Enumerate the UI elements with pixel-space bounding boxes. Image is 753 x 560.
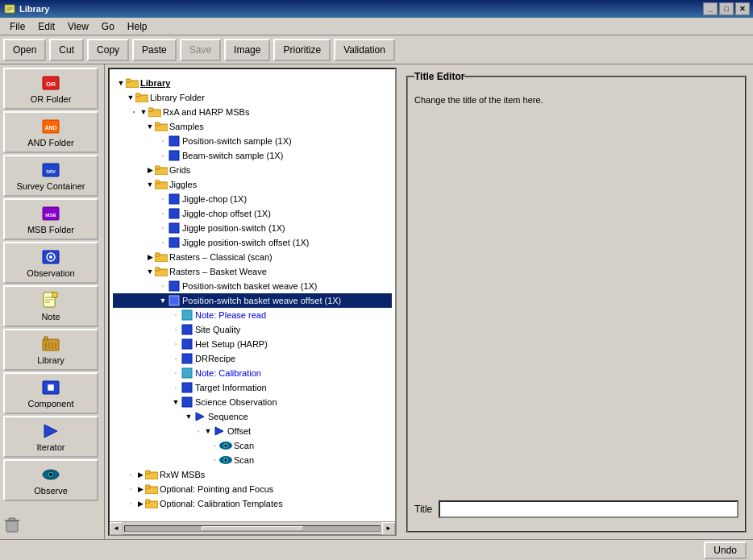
samples-toggle[interactable]: ▼ <box>145 122 155 131</box>
note-calibration-label: Note: Calibration <box>195 368 261 378</box>
open-button[interactable]: Open <box>3 39 46 61</box>
tree-item-jiggle-chop-offset[interactable]: ◦ Jiggle-chop offset (1X) <box>113 206 392 221</box>
tree-item-jiggle-chop[interactable]: ◦ Jiggle-chop (1X) <box>113 192 392 206</box>
observe-button[interactable]: Observe <box>3 459 98 501</box>
tree-horizontal-scrollbar[interactable]: ◄ ► <box>110 521 395 534</box>
svg-rect-16 <box>52 292 57 297</box>
tree-item-site-quality[interactable]: ◦ Site Quality <box>113 322 392 337</box>
undo-button[interactable]: Undo <box>704 541 747 559</box>
observation-button[interactable]: Observation <box>3 242 98 284</box>
svg-rect-49 <box>169 194 179 204</box>
hscroll-track[interactable] <box>124 525 381 532</box>
validation-button[interactable]: Validation <box>334 39 395 61</box>
survey-container-button[interactable]: SRV Survey Container <box>3 155 98 197</box>
tree-item-pos-switch[interactable]: ◦ Position-switch sample (1X) <box>113 134 392 148</box>
tree-item-jiggles[interactable]: ▼ Jiggles <box>113 177 392 192</box>
library-button[interactable]: Library <box>3 329 98 371</box>
tree-item-het-setup[interactable]: ◦ Het Setup (HARP) <box>113 337 392 351</box>
note-please-read-label: Note: Please read <box>195 310 266 320</box>
jiggles-toggle[interactable]: ▼ <box>145 180 155 189</box>
site-quality-icon <box>181 323 193 336</box>
optional-calibration-toggle[interactable]: ▶ <box>135 499 145 508</box>
status-bar: Undo <box>0 539 753 560</box>
tree-item-jiggle-pos[interactable]: ◦ Jiggle position-switch (1X) <box>113 221 392 235</box>
tree-item-note-please-read[interactable]: ◦ Note: Please read <box>113 308 392 322</box>
svg-rect-21 <box>44 337 48 340</box>
svg-rect-51 <box>169 223 179 233</box>
tree-item-note-calibration[interactable]: ◦ Note: Calibration <box>113 366 392 380</box>
tree-item-offset[interactable]: ◦ ▼ Offset <box>113 424 392 438</box>
tree-item-library-folder[interactable]: ▼ Library Folder <box>113 90 392 105</box>
pos-switch-basket-icon <box>168 280 181 292</box>
tree-item-target-info[interactable]: ◦ Target Information <box>113 380 392 395</box>
note-button[interactable]: Note <box>3 285 98 327</box>
paste-button[interactable]: Paste <box>132 39 177 61</box>
grids-toggle[interactable]: ▶ <box>145 165 155 175</box>
title-input[interactable] <box>439 500 738 518</box>
rasters-classical-toggle[interactable]: ▶ <box>145 252 155 262</box>
save-button[interactable]: Save <box>180 39 221 61</box>
jiggle-pos-offset-label: Jiggle position-switch offset (1X) <box>182 238 310 247</box>
menu-file[interactable]: File <box>3 19 31 34</box>
tree-item-scan1[interactable]: ◦ Scan <box>113 438 392 453</box>
msb-folder-label: MSB Folder <box>27 225 74 234</box>
tree-root[interactable]: ▼ Library <box>113 76 392 90</box>
tree-item-samples[interactable]: ▼ Samples <box>113 119 392 134</box>
close-button[interactable]: ✕ <box>735 2 750 15</box>
rxa-toggle[interactable]: ◦ <box>129 107 139 117</box>
site-quality-label: Site Quality <box>195 325 240 334</box>
hscroll-left-button[interactable]: ◄ <box>110 522 123 535</box>
tree-item-jiggle-pos-offset[interactable]: ◦ Jiggle position-switch offset (1X) <box>113 235 392 250</box>
menu-edit[interactable]: Edit <box>31 19 61 34</box>
svg-rect-27 <box>48 384 54 391</box>
minimize-button[interactable]: _ <box>703 2 718 15</box>
image-button[interactable]: Image <box>224 39 270 61</box>
menu-view[interactable]: View <box>61 19 95 34</box>
tree-item-rxa-harp[interactable]: ◦ ▼ RxA and HARP MSBs <box>113 105 392 119</box>
svg-rect-77 <box>145 485 150 488</box>
tree-item-rasters-basket[interactable]: ▼ Rasters – Basket Weave <box>113 264 392 279</box>
note-label: Note <box>41 312 60 321</box>
tree-item-optional-calibration[interactable]: ◦ ▶ Optional: Calibration Templates <box>113 496 392 511</box>
menu-go[interactable]: Go <box>95 19 121 34</box>
component-button[interactable]: Component <box>3 372 98 414</box>
tree-item-rxw-msbs[interactable]: ◦ ▶ RxW MSBs <box>113 467 392 482</box>
tree-scroll-area[interactable]: ▼ Library ▼ <box>110 69 395 521</box>
pos-switch-basket-label: Position-switch basket weave (1X) <box>182 281 318 291</box>
svg-rect-65 <box>182 397 192 407</box>
copy-button[interactable]: Copy <box>87 39 129 61</box>
tree-item-optional-pointing[interactable]: ◦ ▶ Optional: Pointing and Focus <box>113 482 392 496</box>
tree-content: ▼ Library ▼ <box>110 73 395 514</box>
tree-item-grids[interactable]: ▶ Grids <box>113 163 392 177</box>
window-controls: _ □ ✕ <box>703 2 750 15</box>
tree-item-pos-switch-basket-offset[interactable]: ▼ Position-switch basket weave offset (1… <box>113 293 392 308</box>
rxw-toggle[interactable]: ▶ <box>135 470 145 479</box>
tree-item-beam-switch[interactable]: ◦ Beam-switch sample (1X) <box>113 148 392 163</box>
maximize-button[interactable]: □ <box>719 2 734 15</box>
iterator-button[interactable]: Iterator <box>3 416 98 458</box>
scan2-icon <box>219 454 232 467</box>
tree-item-pos-switch-basket[interactable]: ◦ Position-switch basket weave (1X) <box>113 279 392 293</box>
title-label: Title <box>414 504 432 515</box>
library-folder-toggle[interactable]: ▼ <box>126 93 135 102</box>
tree-item-sequence[interactable]: ▼ Sequence <box>113 409 392 424</box>
tree-item-scan2[interactable]: ◦ Scan <box>113 453 392 467</box>
menu-help[interactable]: Help <box>121 19 154 34</box>
hscroll-thumb[interactable] <box>202 526 303 531</box>
cut-button[interactable]: Cut <box>49 39 84 61</box>
or-folder-button[interactable]: OR OR Folder <box>3 68 98 110</box>
and-folder-button[interactable]: AND AND Folder <box>3 111 98 153</box>
tree-item-drrecipe[interactable]: ◦ DRRecipe <box>113 351 392 366</box>
svg-rect-42 <box>155 122 160 126</box>
tree-item-science-obs[interactable]: ▼ Science Observation <box>113 395 392 409</box>
prioritize-button[interactable]: Prioritize <box>273 39 331 61</box>
msb-folder-button[interactable]: MSB MSB Folder <box>3 198 98 240</box>
hscroll-right-button[interactable]: ► <box>382 522 395 535</box>
root-toggle[interactable]: ▼ <box>116 78 126 88</box>
svg-marker-28 <box>44 425 57 438</box>
rxa-toggle2[interactable]: ▼ <box>139 107 148 117</box>
rasters-basket-toggle[interactable]: ▼ <box>145 267 155 276</box>
beam-switch-icon <box>168 149 181 162</box>
tree-item-rasters-classical[interactable]: ▶ Rasters – Classical (scan) <box>113 250 392 264</box>
optional-pointing-toggle[interactable]: ▶ <box>135 484 145 494</box>
